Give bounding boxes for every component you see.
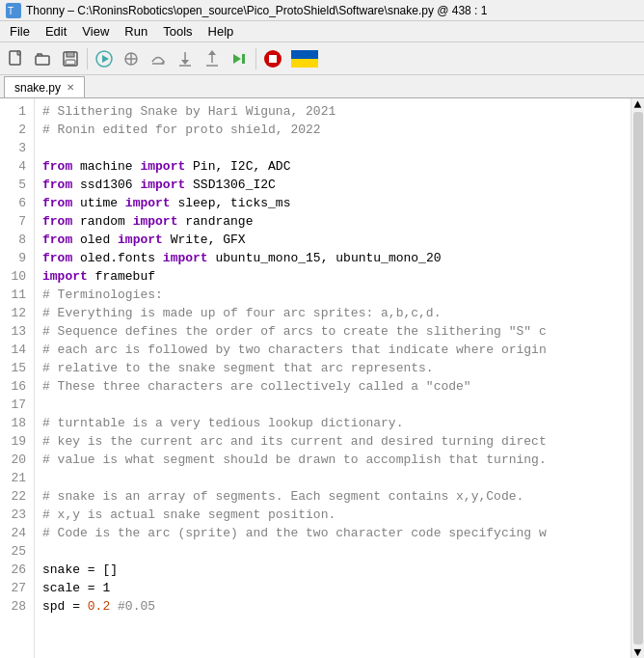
debug-button[interactable] [119,46,144,71]
step-over-button[interactable] [146,46,171,71]
line-num: 27 [0,579,26,597]
svg-text:T: T [8,6,13,16]
line-num: 21 [0,469,26,487]
svg-rect-23 [269,55,277,63]
line-num: 23 [0,506,26,524]
app-icon: T [6,3,21,18]
svg-marker-15 [181,60,189,65]
line-num: 14 [0,341,26,359]
tab-bar: snake.py ✕ [0,75,644,98]
toolbar [0,42,644,75]
svg-rect-24 [291,50,318,59]
menu-run[interactable]: Run [117,22,155,41]
line-num: 16 [0,377,26,396]
line-num: 22 [0,487,26,506]
line-num: 1 [0,102,26,121]
line-num: 7 [0,212,26,231]
open-button[interactable] [31,46,56,71]
menu-tools[interactable]: Tools [155,22,200,41]
stop-button[interactable] [260,46,285,71]
line-num: 3 [0,139,26,157]
toolbar-separator-2 [255,48,256,69]
line-num: 5 [0,176,26,194]
line-num: 15 [0,359,26,377]
tab-snake-py[interactable]: snake.py ✕ [4,76,85,97]
scroll-up-button[interactable]: ▲ [632,98,644,110]
title-bar: T Thonny – C:\RoninsRobotics\open_source… [0,0,644,21]
step-out-button[interactable] [200,46,225,71]
line-num: 8 [0,231,26,249]
line-num: 19 [0,432,26,451]
line-num: 18 [0,414,26,432]
run-button[interactable] [92,46,117,71]
line-numbers: 1 2 3 4 5 6 7 8 9 10 11 12 13 14 15 16 1… [0,98,35,658]
menu-help[interactable]: Help [201,22,242,41]
window-title: Thonny – C:\RoninsRobotics\open_source\P… [26,4,487,17]
svg-rect-3 [36,56,49,65]
scroll-down-button[interactable]: ▼ [632,646,644,658]
svg-marker-8 [102,55,109,63]
resume-button[interactable] [227,46,252,71]
save-button[interactable] [58,46,83,71]
line-num: 2 [0,121,26,139]
svg-rect-25 [291,59,318,68]
line-num: 10 [0,267,26,286]
line-num: 28 [0,597,26,616]
line-num: 6 [0,194,26,212]
menu-file[interactable]: File [2,22,38,41]
line-num: 12 [0,304,26,322]
svg-marker-18 [208,50,216,55]
ukraine-flag [291,50,318,68]
new-button[interactable] [4,46,29,71]
menu-bar: File Edit View Run Tools Help [0,21,644,42]
line-num: 11 [0,286,26,304]
line-num: 17 [0,396,26,414]
tab-close-button[interactable]: ✕ [67,82,74,93]
line-num: 24 [0,524,26,542]
svg-rect-5 [67,52,74,57]
step-into-button[interactable] [173,46,198,71]
vertical-scrollbar[interactable]: ▲ ▼ [631,98,644,658]
toolbar-separator-1 [87,48,88,69]
line-num: 13 [0,322,26,341]
svg-rect-6 [66,60,75,65]
line-num: 9 [0,249,26,267]
line-num: 25 [0,542,26,561]
code-editor[interactable]: # Slithering Snake by Hari Wiguna, 2021 … [35,98,631,658]
svg-marker-20 [233,54,241,64]
editor-container: 1 2 3 4 5 6 7 8 9 10 11 12 13 14 15 16 1… [0,98,644,658]
tab-label: snake.py [14,81,61,95]
menu-view[interactable]: View [74,22,117,41]
scroll-thumb[interactable] [633,112,643,644]
line-num: 4 [0,157,26,176]
line-num: 26 [0,561,26,579]
line-num: 20 [0,451,26,469]
svg-rect-21 [242,54,245,64]
menu-edit[interactable]: Edit [38,22,74,41]
